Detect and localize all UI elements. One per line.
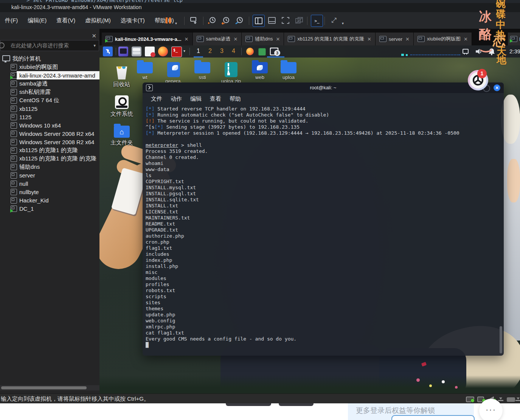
root-terminal-launcher-icon[interactable]: $_ xyxy=(171,47,182,57)
tab-close-icon[interactable]: ✕ xyxy=(464,36,468,42)
terminal-scrollbar-thumb[interactable] xyxy=(500,326,502,353)
open-console-button[interactable]: >_ xyxy=(311,15,323,27)
desktop-icon-home[interactable]: ⌂ 主文件夹 xyxy=(108,126,135,146)
network-tray-icon[interactable] xyxy=(462,48,469,57)
terminal-titlebar[interactable]: root@kali: ~ ✕ xyxy=(143,82,504,93)
vm-list-item[interactable]: xb1125 的克隆1 的克隆 的克隆 xyxy=(0,154,99,163)
terminal-menu-item[interactable]: 动作 xyxy=(171,95,182,103)
workspace-button[interactable]: 1 xyxy=(192,45,204,58)
vm-tab[interactable]: kali-linux-2024.3-vmware-a... ✕ xyxy=(102,33,193,45)
desktop-file-icon[interactable]: web xyxy=(248,62,271,80)
vm-list-item[interactable]: 1125 xyxy=(0,113,99,121)
workspace-button[interactable]: 2 xyxy=(204,45,216,58)
desktop-icon-filesystem[interactable]: 文件系统 xyxy=(108,95,135,118)
file-manager-launcher-icon[interactable] xyxy=(132,47,141,56)
usb-status-icon[interactable] xyxy=(507,396,515,402)
vm-tab-partial[interactable]: D xyxy=(508,33,520,45)
more-options-button[interactable]: ··· xyxy=(479,399,503,420)
tab-close-icon[interactable]: ✕ xyxy=(276,36,280,42)
vm-list-item[interactable]: Windows 10 x64 xyxy=(0,121,99,129)
vm-tab[interactable]: samba渗透 ✕ xyxy=(193,33,242,45)
take-snapshot-button[interactable] xyxy=(206,15,218,26)
sidebar-horizontal-scrollbar[interactable] xyxy=(0,385,99,390)
menu-item[interactable]: 编辑(E) xyxy=(23,12,51,29)
desktop-file-icon[interactable]: ssti xyxy=(191,62,214,80)
text-editor-launcher-icon[interactable] xyxy=(145,47,155,56)
scrollbar-thumb[interactable] xyxy=(1,386,87,389)
vm-list-item[interactable]: Windows Server 2008 R2 x64 xyxy=(0,129,99,138)
sidebar-close-icon[interactable]: ✕ xyxy=(92,33,96,39)
menu-item[interactable]: 查看(V) xyxy=(51,12,80,29)
vm-tab[interactable]: 辅助dns ✕ xyxy=(242,33,284,45)
vm-tab[interactable]: xiubiie的啊版图 ✕ xyxy=(414,33,472,45)
menu-item[interactable]: 虚拟机(M) xyxy=(80,12,116,29)
terminal-line: www-data xyxy=(146,166,498,173)
tab-close-icon[interactable]: ✕ xyxy=(367,36,371,42)
toggle-library-panel-button[interactable] xyxy=(253,15,265,27)
vm-tab[interactable]: server ✕ xyxy=(376,33,414,45)
screen: > set PAYLOAD windows/x64/meterpreter/re… xyxy=(0,0,520,420)
vm-list-item[interactable]: kali-linux-2024.3-vmware-amd xyxy=(0,71,99,79)
tab-close-icon[interactable]: ✕ xyxy=(234,36,238,42)
vm-list-item[interactable]: null xyxy=(0,179,99,188)
taskbar-window-firefox[interactable] xyxy=(246,48,254,55)
tab-close-icon[interactable]: ✕ xyxy=(405,36,410,42)
menu-item[interactable]: 件(F) xyxy=(0,12,23,29)
revert-snapshot-button[interactable] xyxy=(220,15,231,26)
vm-tab-icon xyxy=(379,36,387,42)
tree-root-my-computer[interactable]: 我的计算机 xyxy=(0,54,99,63)
vm-list-item[interactable]: xb1125 xyxy=(0,104,99,113)
pause-button[interactable] xyxy=(163,15,174,26)
desktop-file-icon[interactable]: uploa xyxy=(277,62,300,80)
vm-tab-icon xyxy=(106,36,113,42)
terminal-window[interactable]: root@kali: ~ ✕ 文件动作编辑查看帮助 [*] Started re… xyxy=(143,82,504,356)
fullscreen-caret-icon[interactable]: ▾ xyxy=(342,21,344,25)
workspace-button[interactable]: 3 xyxy=(216,45,228,58)
terminal-menu-item[interactable]: 文件 xyxy=(151,95,162,103)
terminal-menu-item[interactable]: 编辑 xyxy=(190,95,202,103)
firefox-launcher-icon[interactable] xyxy=(158,47,168,56)
taskbar-window-app[interactable] xyxy=(258,48,266,56)
workspace-button[interactable]: 4 xyxy=(228,45,239,58)
fit-guest-button[interactable] xyxy=(280,15,291,26)
search-dropdown-icon[interactable]: ▾ xyxy=(93,43,96,48)
desktop-file-icon[interactable]: uoloa.zip xyxy=(220,62,242,84)
vm-list-item[interactable]: Windows Server 2008 R2 x64 xyxy=(0,138,99,146)
pause-caret-icon[interactable]: ▾ xyxy=(175,21,177,25)
toggle-thumbnail-bar-button[interactable] xyxy=(266,15,278,26)
kali-menu-button[interactable] xyxy=(103,47,113,56)
terminal-menu-item[interactable]: 查看 xyxy=(210,95,221,103)
snapshot-manager-button[interactable] xyxy=(234,15,245,26)
shared-folder-status-icon[interactable] xyxy=(498,396,506,402)
vm-list-item[interactable]: xiubiie的啊版图 xyxy=(0,63,99,71)
vm-list-item[interactable]: samba渗透 xyxy=(0,79,99,88)
vm-tab[interactable]: xb1125 的克隆1 的克隆 的克隆 ✕ xyxy=(284,33,376,45)
vm-list-item[interactable]: Hacker_Kid xyxy=(0,196,99,204)
vm-list-item[interactable]: xb1125 的克隆1 的克隆 xyxy=(0,146,99,154)
desktop-icon-trash[interactable]: 回收站 xyxy=(108,65,135,88)
vm-list-item[interactable]: CentOS 7 64 位 xyxy=(0,96,99,104)
vm-list-item[interactable]: ssh私钥泄露 xyxy=(0,88,99,96)
terminal-launcher-icon[interactable] xyxy=(118,47,128,56)
terminal-output[interactable]: [*] Started reverse TCP handler on 192.1… xyxy=(146,106,498,353)
fullscreen-button[interactable]: ⤢ xyxy=(328,15,340,26)
desktop-file-icon[interactable]: wt xyxy=(133,62,156,80)
clock[interactable]: 2:39 xyxy=(509,45,520,58)
launcher-caret-icon[interactable]: ▾ xyxy=(183,49,185,53)
harddisk-status-icon[interactable] xyxy=(466,396,474,402)
running-indicator-icon xyxy=(105,39,108,43)
device-status-icon[interactable] xyxy=(515,396,520,402)
library-search-input[interactable]: 在此处键入内容进行搜索 ▾ xyxy=(0,40,99,51)
desktop-file-icon[interactable]: genera. xyxy=(162,62,185,84)
send-to-vm-button[interactable] xyxy=(188,15,199,26)
vm-list-item[interactable]: nullbyte xyxy=(0,188,99,196)
vm-list-item[interactable]: DC_1 xyxy=(0,204,99,213)
close-icon[interactable]: ✕ xyxy=(494,84,500,91)
terminal-menu-item[interactable]: 帮助 xyxy=(230,95,241,103)
tab-close-icon[interactable]: ✕ xyxy=(185,36,189,42)
vm-display[interactable]: wt genera. ssti uoloa.zip xyxy=(99,45,520,394)
promo-input-outline[interactable] xyxy=(391,415,475,420)
vm-list-item[interactable]: 辅助dns xyxy=(0,163,99,171)
vm-list-item[interactable]: server xyxy=(0,171,99,179)
menu-item[interactable]: 选项卡(T) xyxy=(116,12,150,29)
